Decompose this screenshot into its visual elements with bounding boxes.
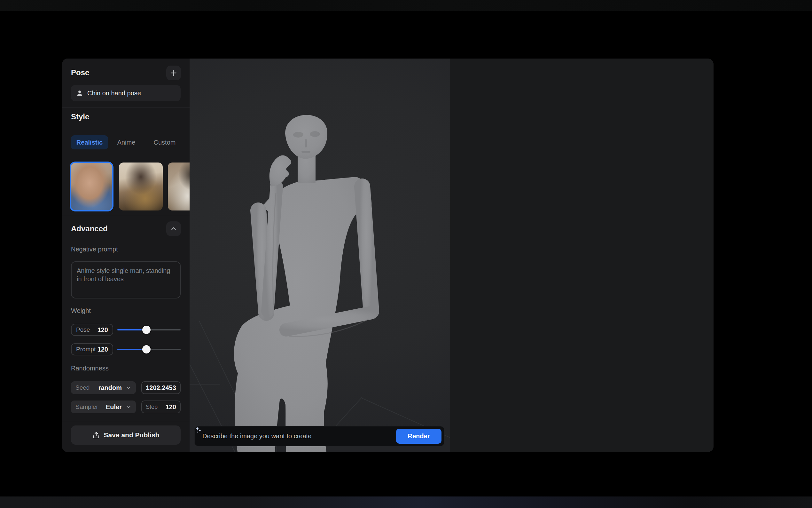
screen-top-strip — [0, 0, 812, 11]
render-button-label: Render — [408, 432, 430, 440]
3d-mannequin-figure — [190, 58, 450, 452]
seed-number-value: 1202.2453 — [146, 384, 176, 391]
step-key: Step — [146, 404, 158, 411]
pose-weight-slider[interactable] — [117, 324, 181, 336]
render-button[interactable]: Render — [396, 429, 441, 444]
advanced-collapse-button[interactable] — [166, 221, 181, 236]
sparkles-icon — [195, 426, 202, 433]
style-thumbnail[interactable] — [168, 163, 190, 211]
person-icon — [76, 90, 83, 97]
advanced-section-title: Advanced — [71, 224, 108, 233]
negative-prompt-textarea[interactable] — [71, 261, 181, 298]
randomness-label: Randomness — [71, 365, 109, 372]
divider — [62, 421, 190, 421]
pose-weight-field[interactable]: Pose 120 — [71, 324, 113, 336]
seed-number-field[interactable]: 1202.2453 — [141, 381, 181, 394]
sampler-value: Euler — [106, 404, 122, 411]
save-and-publish-label: Save and Publish — [104, 431, 159, 439]
result-panel — [450, 58, 714, 452]
prompt-weight-value: 120 — [97, 346, 108, 353]
sampler-dropdown[interactable]: Sampler Euler — [71, 400, 136, 413]
seed-value: random — [98, 384, 122, 391]
slider-knob[interactable] — [142, 326, 151, 334]
style-thumbnail-row — [70, 162, 190, 211]
sampler-key: Sampler — [76, 404, 98, 411]
divider — [62, 215, 190, 215]
prompt-weight-key: Prompt — [76, 346, 96, 353]
pose-3d-viewport[interactable]: Render — [190, 58, 450, 452]
sidebar: Pose Chin on hand pose Style Realistic A… — [62, 58, 190, 452]
screen-bottom-strip — [0, 497, 812, 508]
prompt-bar: Render — [194, 426, 444, 446]
step-field[interactable]: Step 120 — [141, 400, 181, 413]
pose-weight-value: 120 — [97, 326, 108, 334]
selected-pose-item[interactable]: Chin on hand pose — [71, 85, 181, 101]
style-thumbnail[interactable] — [119, 163, 163, 211]
prompt-input[interactable] — [195, 426, 396, 446]
divider — [62, 107, 190, 108]
slider-knob[interactable] — [142, 345, 151, 353]
tab-anime[interactable]: Anime — [112, 135, 141, 150]
add-pose-button[interactable] — [166, 66, 181, 80]
chevron-down-icon — [126, 404, 131, 410]
chevron-up-icon — [170, 225, 177, 232]
chevron-down-icon — [126, 385, 131, 391]
tab-realistic[interactable]: Realistic — [71, 135, 108, 150]
tab-custom[interactable]: Custom — [150, 135, 179, 150]
prompt-weight-field[interactable]: Prompt 120 — [71, 343, 113, 355]
plus-icon — [170, 69, 178, 77]
selected-pose-label: Chin on hand pose — [87, 90, 141, 97]
step-value: 120 — [165, 404, 176, 411]
save-and-publish-button[interactable]: Save and Publish — [71, 425, 181, 444]
upload-icon — [92, 431, 100, 439]
negative-prompt-label: Negative prompt — [71, 246, 118, 253]
weight-label: Weight — [71, 307, 91, 314]
app-window: Pose Chin on hand pose Style Realistic A… — [62, 58, 714, 452]
style-section-title: Style — [71, 112, 89, 121]
seed-key: Seed — [76, 384, 90, 391]
seed-dropdown[interactable]: Seed random — [71, 381, 136, 394]
pose-section-title: Pose — [71, 68, 89, 77]
style-thumbnail-selected[interactable] — [70, 162, 113, 211]
pose-weight-key: Pose — [76, 326, 90, 333]
prompt-weight-slider[interactable] — [117, 343, 181, 355]
